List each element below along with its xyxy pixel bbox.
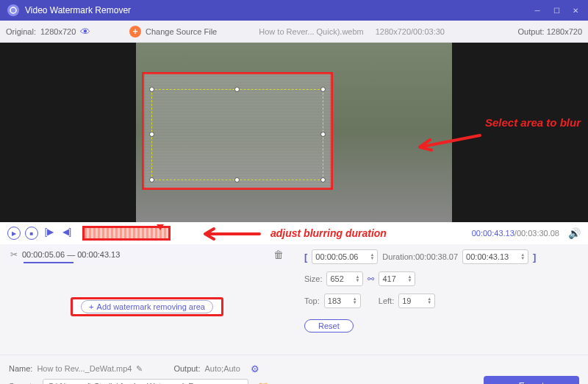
top-label: Top:: [304, 296, 320, 305]
width-input[interactable]: 652▲▼: [326, 271, 363, 286]
plus-icon: +: [89, 302, 93, 311]
output-name: How to Rev..._DeWat.mp4: [37, 364, 132, 373]
mark-out-button[interactable]: ◀]: [60, 227, 74, 237]
play-button[interactable]: ▶: [7, 227, 21, 240]
minimize-button[interactable]: ─: [532, 5, 542, 15]
start-time-input[interactable]: 00:00:05.06▲▼: [312, 249, 378, 264]
annotation-select-area: Select area to blur: [485, 116, 581, 129]
resize-handle[interactable]: [320, 87, 326, 92]
duration-label: Duration:00:00:38.07: [382, 252, 458, 261]
current-time: 00:00:43.13: [472, 229, 514, 238]
change-source-button[interactable]: + Change Source File: [129, 26, 217, 38]
resize-handle[interactable]: [149, 132, 154, 137]
change-source-label: Change Source File: [146, 27, 217, 36]
stop-button[interactable]: ■: [25, 227, 38, 240]
resize-handle[interactable]: [320, 177, 326, 182]
name-label: Name:: [9, 364, 32, 373]
height-input[interactable]: 417▲▼: [379, 271, 415, 286]
add-area-label: Add watermark removing area: [97, 302, 205, 311]
app-title: Video Watermark Remover: [25, 5, 532, 15]
annotation-arrow-icon: [202, 227, 261, 243]
blur-selection-box[interactable]: [142, 72, 333, 190]
maximize-button[interactable]: ☐: [551, 5, 562, 15]
end-time-input[interactable]: 00:00:43.13▲▼: [462, 249, 528, 264]
annotation-arrow-icon: [415, 131, 481, 156]
source-filename: How to Rever... Quick).webm: [259, 27, 363, 36]
eye-icon[interactable]: 👁: [80, 26, 90, 38]
bracket-start-icon[interactable]: [: [304, 252, 307, 263]
plus-icon: +: [129, 26, 141, 38]
left-label: Left:: [379, 296, 394, 305]
gear-icon[interactable]: ⚙: [251, 363, 259, 374]
folder-icon[interactable]: 📁: [257, 381, 269, 385]
annotation-duration: adjust blurring duration: [270, 227, 387, 239]
original-resolution: 1280x720: [40, 27, 76, 36]
output-format: Auto;Auto: [204, 364, 240, 373]
app-logo-icon: [7, 4, 19, 16]
segment-range: 00:00:05.06 — 00:00:43.13: [22, 250, 273, 259]
timeline-segment[interactable]: [82, 226, 171, 241]
add-watermark-area-button[interactable]: + Add watermark removing area: [71, 297, 223, 316]
link-icon[interactable]: ⚯: [368, 274, 374, 284]
video-preview[interactable]: Select area to blur: [0, 43, 588, 222]
mark-in-button[interactable]: [▶: [43, 227, 56, 237]
resize-handle[interactable]: [149, 177, 154, 182]
resize-handle[interactable]: [149, 87, 154, 92]
close-button[interactable]: ✕: [570, 5, 581, 15]
output-resolution: 1280x720: [547, 27, 582, 36]
edit-name-icon[interactable]: ✎: [136, 364, 143, 374]
scissors-icon: ✂: [10, 249, 18, 260]
source-res-duration: 1280x720/00:03:30: [376, 27, 445, 36]
left-input[interactable]: 19▲▼: [398, 294, 435, 308]
output-label: Output:: [518, 27, 545, 36]
size-label: Size:: [304, 274, 322, 283]
original-label: Original:: [6, 27, 36, 36]
output-fmt-label: Output:: [173, 364, 200, 373]
save-path-select[interactable]: C:\Aiseesoft Studio\A...deo Watermark Re…: [43, 379, 248, 384]
resize-handle[interactable]: [234, 87, 240, 92]
svg-point-0: [10, 7, 16, 13]
total-time: 00:03:30.08: [517, 229, 559, 238]
resize-handle[interactable]: [234, 177, 240, 182]
reset-button[interactable]: Reset: [304, 319, 354, 333]
top-input[interactable]: 183▲▼: [324, 294, 361, 308]
segment-row[interactable]: ✂ 00:00:05.06 — 00:00:43.13 🗑: [6, 244, 288, 265]
bracket-end-icon[interactable]: ]: [533, 252, 536, 263]
export-button[interactable]: Export: [484, 376, 579, 384]
trash-icon[interactable]: 🗑: [273, 249, 284, 260]
volume-icon[interactable]: 🔊: [568, 227, 581, 239]
resize-handle[interactable]: [320, 132, 326, 137]
